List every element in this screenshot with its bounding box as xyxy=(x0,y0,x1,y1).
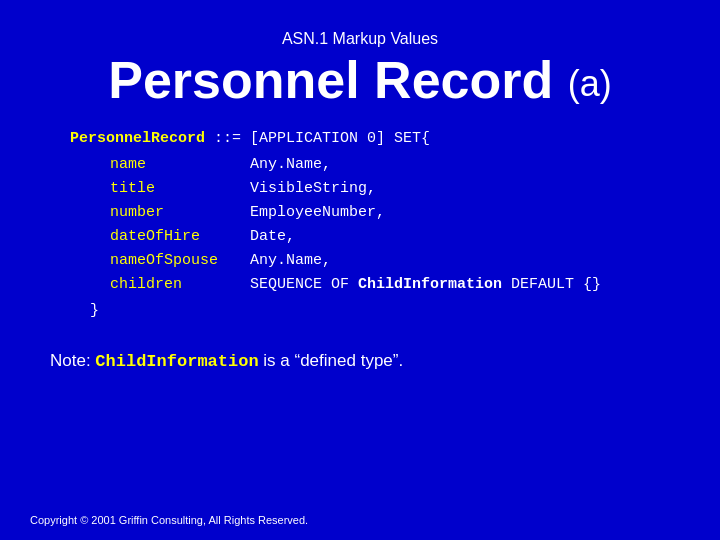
closing-brace: } xyxy=(90,299,670,323)
note-suffix: is a “defined type”. xyxy=(259,351,404,370)
page-container: ASN.1 Markup Values Personnel Record (a)… xyxy=(0,0,720,540)
field-name-dateofhire: dateOfHire xyxy=(110,225,250,249)
note-section: Note: ChildInformation is a “defined typ… xyxy=(50,351,670,371)
field-value-name: Any.Name, xyxy=(250,153,331,177)
title-text: Personnel Record xyxy=(108,51,553,109)
field-value-nameofspouse: Any.Name, xyxy=(250,249,331,273)
main-title: Personnel Record (a) xyxy=(50,52,670,109)
code-block: PersonnelRecord ::= [APPLICATION 0] SET{… xyxy=(70,127,670,323)
child-info-type: ChildInformation xyxy=(358,276,502,293)
field-title-line: title VisibleString, xyxy=(110,177,670,201)
field-name-name: name xyxy=(110,153,250,177)
type-assign: ::= [APPLICATION 0] SET{ xyxy=(214,130,430,147)
field-name-line: name Any.Name, xyxy=(110,153,670,177)
type-name: PersonnelRecord xyxy=(70,130,205,147)
field-number-line: number EmployeeNumber, xyxy=(110,201,670,225)
field-dateofhire-line: dateOfHire Date, xyxy=(110,225,670,249)
note-mono-word: ChildInformation xyxy=(95,352,258,371)
subtitle: ASN.1 Markup Values xyxy=(50,30,670,48)
field-value-children: SEQUENCE OF ChildInformation DEFAULT {} xyxy=(250,273,601,297)
field-children-line: children SEQUENCE OF ChildInformation DE… xyxy=(110,273,670,297)
field-value-number: EmployeeNumber, xyxy=(250,201,385,225)
field-value-dateofhire: Date, xyxy=(250,225,295,249)
copyright: Copyright © 2001 Griffin Consulting, All… xyxy=(30,514,308,526)
type-declaration-line: PersonnelRecord ::= [APPLICATION 0] SET{ xyxy=(70,127,670,151)
field-name-nameofspouse: nameOfSpouse xyxy=(110,249,250,273)
field-name-children: children xyxy=(110,273,250,297)
field-name-number: number xyxy=(110,201,250,225)
title-suffix: (a) xyxy=(568,63,612,104)
field-nameofspouse-line: nameOfSpouse Any.Name, xyxy=(110,249,670,273)
field-name-title: title xyxy=(110,177,250,201)
field-value-title: VisibleString, xyxy=(250,177,376,201)
note-prefix: Note: xyxy=(50,351,95,370)
